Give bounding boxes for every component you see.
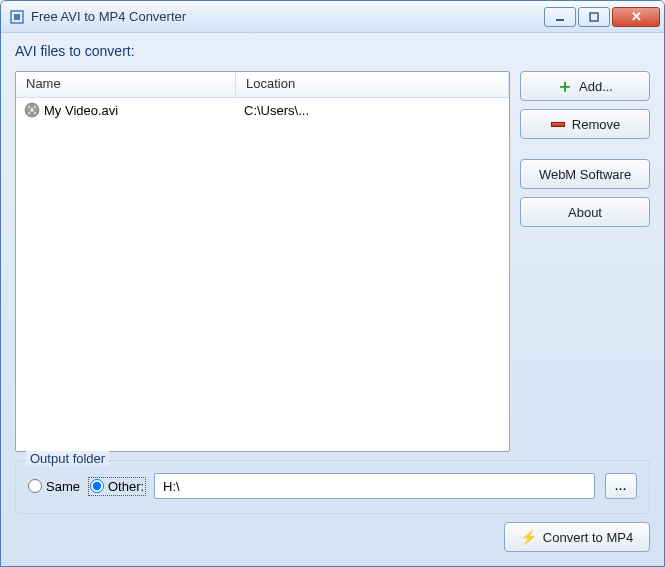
convert-label: Convert to MP4 [543, 530, 633, 545]
radio-other[interactable]: Other: [90, 479, 144, 494]
remove-label: Remove [572, 117, 620, 132]
svg-point-8 [28, 112, 30, 114]
files-label: AVI files to convert: [15, 43, 650, 59]
output-folder-group: Output folder Same Other: ... [15, 460, 650, 514]
list-body: My Video.avi C:\Users\... [16, 98, 509, 122]
col-header-location[interactable]: Location [236, 72, 509, 97]
radio-same-input[interactable] [28, 479, 42, 493]
radio-same-label: Same [46, 479, 80, 494]
add-label: Add... [579, 79, 613, 94]
maximize-button[interactable] [578, 7, 610, 27]
app-window: Free AVI to MP4 Converter ✕ AVI files to… [0, 0, 665, 567]
app-icon [9, 9, 25, 25]
bottom-bar: ⚡ Convert to MP4 [15, 522, 650, 552]
browse-button[interactable]: ... [605, 473, 637, 499]
about-button[interactable]: About [520, 197, 650, 227]
client-area: AVI files to convert: Name Location [1, 33, 664, 566]
video-file-icon [24, 102, 40, 118]
minus-icon [550, 116, 566, 132]
output-legend: Output folder [26, 451, 109, 466]
window-controls: ✕ [544, 7, 664, 27]
col-header-name[interactable]: Name [16, 72, 236, 97]
radio-other-label: Other: [108, 479, 144, 494]
file-location-cell: C:\Users\... [236, 103, 509, 118]
file-location: C:\Users\... [244, 103, 309, 118]
radio-same[interactable]: Same [28, 479, 80, 494]
convert-button[interactable]: ⚡ Convert to MP4 [504, 522, 650, 552]
radio-other-input[interactable] [90, 479, 104, 493]
list-header: Name Location [16, 72, 509, 98]
output-row: Same Other: ... [28, 473, 637, 499]
webm-label: WebM Software [539, 167, 631, 182]
top-area: Name Location [15, 71, 650, 452]
output-path-input[interactable] [154, 473, 595, 499]
file-list[interactable]: Name Location [15, 71, 510, 452]
svg-point-5 [30, 108, 34, 112]
minimize-button[interactable] [544, 7, 576, 27]
plus-icon: ＋ [557, 78, 573, 94]
file-name: My Video.avi [44, 103, 118, 118]
svg-point-9 [34, 112, 36, 114]
list-item[interactable]: My Video.avi C:\Users\... [16, 98, 509, 122]
close-button[interactable]: ✕ [612, 7, 660, 27]
window-title: Free AVI to MP4 Converter [31, 9, 544, 24]
remove-button[interactable]: Remove [520, 109, 650, 139]
side-buttons: ＋ Add... Remove WebM Software About [520, 71, 650, 452]
webm-button[interactable]: WebM Software [520, 159, 650, 189]
bolt-icon: ⚡ [521, 529, 537, 545]
svg-rect-3 [590, 13, 598, 21]
svg-rect-2 [556, 19, 564, 21]
about-label: About [568, 205, 602, 220]
svg-rect-1 [14, 14, 20, 20]
svg-point-6 [28, 106, 30, 108]
browse-label: ... [615, 480, 627, 492]
add-button[interactable]: ＋ Add... [520, 71, 650, 101]
svg-point-7 [34, 106, 36, 108]
file-name-cell: My Video.avi [16, 102, 236, 118]
titlebar: Free AVI to MP4 Converter ✕ [1, 1, 664, 33]
